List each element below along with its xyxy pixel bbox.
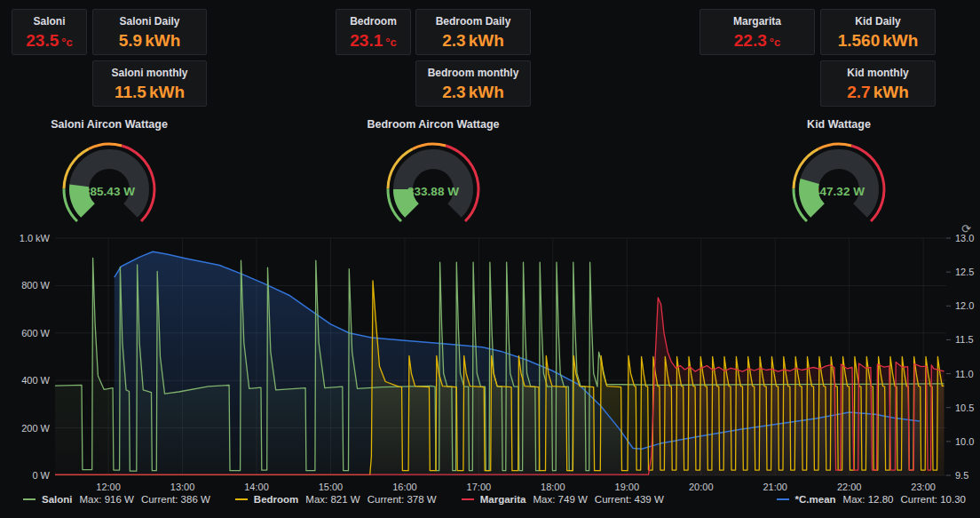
panel-title[interactable]: Bedroom monthly bbox=[416, 67, 530, 79]
y-right-tick-label: 12.0 bbox=[955, 300, 974, 311]
y-left-tick-label: 800 W bbox=[21, 280, 50, 291]
stat-value: 23.5°c bbox=[12, 31, 86, 51]
legend-max-value: Max: 821 W bbox=[305, 494, 360, 505]
stat-panel-saloni-monthly: Saloni monthly 11.5kWh bbox=[92, 60, 207, 107]
x-tick-label: 13:00 bbox=[170, 482, 195, 492]
legend-series-name: Bedroom bbox=[254, 494, 298, 505]
gauge: 385.43 W bbox=[51, 132, 167, 230]
gauge-value-text: 333.88 W bbox=[407, 185, 459, 198]
gauge-value-text: 385.43 W bbox=[83, 185, 135, 198]
stat-value: 1.560kWh bbox=[821, 31, 935, 51]
x-tick-label: 23:00 bbox=[911, 482, 936, 492]
panel-refresh-icon[interactable]: ⟳ bbox=[961, 223, 971, 235]
y-right-tick-label: 10.0 bbox=[955, 436, 974, 447]
panel-title[interactable]: Kid Wattage bbox=[741, 118, 937, 131]
stat-panel-saloni-temp: Saloni 23.5°c bbox=[12, 9, 87, 55]
x-tick-label: 14:00 bbox=[244, 482, 269, 492]
x-tick-label: 17:00 bbox=[467, 482, 492, 492]
legend-item-bedroom[interactable]: BedroomMax: 821 WCurrent: 378 W bbox=[235, 494, 444, 505]
legend-marker bbox=[235, 498, 248, 500]
panel-title[interactable]: Saloni monthly bbox=[93, 67, 206, 79]
y-right-tick-label: 11.5 bbox=[955, 334, 974, 345]
legend-marker bbox=[462, 498, 474, 500]
gauge-value-text: 447.32 W bbox=[813, 185, 865, 198]
grafana-dashboard: Saloni 23.5°c Saloni Daily 5.9kWh Saloni… bbox=[0, 0, 980, 518]
legend-item-saloni[interactable]: SaloniMax: 916 WCurrent: 386 W bbox=[23, 494, 217, 505]
panel-title[interactable]: Bedroom bbox=[336, 15, 410, 28]
legend-current-value: Current: 10.30 bbox=[900, 494, 966, 505]
stat-panel-kid-monthly: Kid monthly 2.7kWh bbox=[820, 60, 936, 107]
x-tick-label: 16:00 bbox=[392, 482, 417, 492]
x-tick-label: 15:00 bbox=[319, 482, 344, 492]
y-left-tick-label: 200 W bbox=[21, 423, 50, 434]
x-tick-label: 21:00 bbox=[763, 482, 787, 492]
gauge: 447.32 W bbox=[781, 132, 897, 230]
legend-max-value: Max: 12.80 bbox=[843, 494, 894, 505]
stat-value: 2.3kWh bbox=[416, 83, 530, 102]
y-left-tick-label: 1.0 kW bbox=[20, 233, 51, 243]
stat-panel-margarita-temp: Margarita 22.3°c bbox=[699, 9, 815, 55]
legend-marker bbox=[777, 498, 789, 500]
legend-max-value: Max: 749 W bbox=[533, 494, 587, 505]
legend-series-name: Margarita bbox=[480, 494, 526, 505]
legend-current-value: Current: 386 W bbox=[141, 494, 210, 505]
legend-series-name: Saloni bbox=[42, 494, 73, 505]
x-tick-label: 18:00 bbox=[541, 482, 565, 492]
stat-panel-bedroom-daily: Bedroom Daily 2.3kWh bbox=[415, 9, 531, 55]
legend-item-margarita[interactable]: MargaritaMax: 749 WCurrent: 439 W bbox=[462, 494, 671, 505]
stat-panel-saloni-daily: Saloni Daily 5.9kWh bbox=[92, 9, 207, 55]
panel-title[interactable]: Bedroom Daily bbox=[416, 15, 530, 28]
x-tick-label: 12:00 bbox=[96, 482, 121, 492]
y-right-tick-label: 10.5 bbox=[955, 402, 974, 413]
legend-item-cmean[interactable]: *C.meanMax: 12.80Current: 10.30 bbox=[777, 494, 973, 505]
legend-series-name: *C.mean bbox=[795, 494, 836, 505]
panel-title[interactable]: Saloni Aircon Wattage bbox=[12, 118, 207, 131]
gauge-threshold-arc bbox=[413, 144, 446, 149]
panel-title[interactable]: Saloni bbox=[12, 15, 86, 28]
stat-value: 11.5kWh bbox=[93, 83, 206, 102]
gauge-threshold-arc bbox=[818, 144, 851, 149]
x-tick-label: 20:00 bbox=[689, 482, 714, 492]
y-left-tick-label: 400 W bbox=[21, 375, 50, 386]
y-right-tick-label: 11.0 bbox=[955, 369, 974, 379]
panel-title[interactable]: Bedroom Aircon Wattage bbox=[336, 118, 531, 131]
legend-current-value: Current: 378 W bbox=[368, 494, 437, 505]
stat-value: 23.1°c bbox=[336, 31, 410, 51]
stat-value: 5.9kWh bbox=[93, 31, 206, 51]
panel-title[interactable]: Saloni Daily bbox=[93, 15, 206, 28]
wattage-timeseries-chart[interactable]: 1.0 kW800 W600 W400 W200 W0 W13.012.512.… bbox=[0, 220, 980, 518]
stat-panel-bedroom-temp: Bedroom 23.1°c bbox=[336, 9, 411, 55]
gauge-panel-bedroom-aircon: Bedroom Aircon Wattage 333.88 W bbox=[336, 118, 531, 230]
y-right-tick-label: 12.5 bbox=[955, 267, 974, 277]
stat-value: 2.3kWh bbox=[416, 31, 530, 51]
panel-title[interactable]: Margarita bbox=[700, 15, 814, 28]
legend-max-value: Max: 916 W bbox=[80, 494, 134, 505]
x-tick-label: 22:00 bbox=[837, 482, 862, 492]
x-tick-label: 19:00 bbox=[615, 482, 640, 492]
gauge: 333.88 W bbox=[375, 132, 491, 230]
panel-title[interactable]: Kid monthly bbox=[821, 67, 935, 79]
legend-marker bbox=[23, 498, 36, 500]
panel-title[interactable]: Kid Daily bbox=[821, 15, 935, 28]
stat-value: 2.7kWh bbox=[821, 83, 935, 102]
legend-current-value: Current: 439 W bbox=[595, 494, 664, 505]
y-left-tick-label: 0 W bbox=[32, 470, 50, 481]
gauge-panel-saloni-aircon: Saloni Aircon Wattage 385.43 W bbox=[12, 118, 207, 230]
y-left-tick-label: 600 W bbox=[21, 328, 50, 339]
stat-panel-bedroom-monthly: Bedroom monthly 2.3kWh bbox=[415, 60, 531, 107]
chart-legend: SaloniMax: 916 WCurrent: 386 WBedroomMax… bbox=[23, 494, 973, 505]
gauge-panel-kid: Kid Wattage 447.32 W bbox=[741, 118, 937, 230]
y-right-tick-label: 9.5 bbox=[955, 470, 968, 481]
stat-value: 22.3°c bbox=[700, 31, 814, 51]
gauge-threshold-arc bbox=[89, 144, 122, 149]
stat-panel-kid-daily: Kid Daily 1.560kWh bbox=[820, 9, 936, 55]
